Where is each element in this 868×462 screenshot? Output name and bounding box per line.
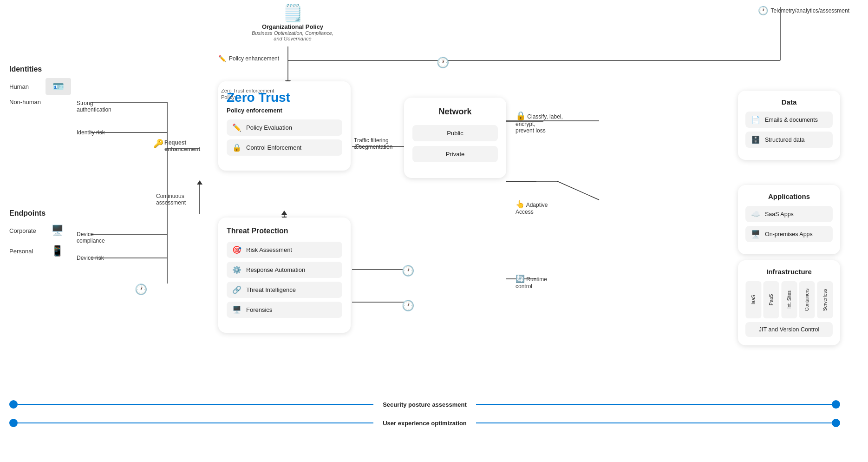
endpoint-personal-label: Personal [9, 248, 42, 255]
monitor-icon: 🖥️ [232, 305, 241, 314]
traffic-filtering-label: Traffic filtering& segmentation [354, 137, 392, 150]
infra-serverless: Serverless [817, 281, 833, 318]
policy-enhancement-text: Policy enhancement [229, 55, 279, 62]
document-data-icon: 📄 [751, 115, 760, 124]
speedometer-left-icon: 🕐 [135, 284, 147, 296]
identity-nonhuman-label: Non-human [9, 99, 42, 106]
identity-risk-label: Identity risk [77, 129, 105, 136]
device-risk-label: Device risk [77, 255, 104, 261]
database-icon: 🗄️ [751, 135, 760, 144]
data-box: Data 📄 Emails & documents 🗄️ Structured … [738, 91, 840, 160]
infra-box-title: Infrastructure [745, 268, 833, 276]
threat-protection-title: Threat Protection [227, 227, 342, 235]
pencil-icon: ✏️ [232, 123, 241, 132]
adaptive-access-label: 👆 AdaptiveAccess [516, 200, 548, 215]
zt-enforcement-policy-label: Zero Trust enforcement Policy [221, 87, 281, 101]
tp-risk-assessment: 🎯 Risk Assessment [227, 242, 342, 258]
infra-paas: PaaS [763, 281, 779, 318]
device-compliance-label: Devicecompliance [77, 231, 105, 244]
network-public: Public [412, 125, 498, 141]
zt-control-enforcement: 🔒 Control Enforcement [227, 139, 342, 156]
zt-control-enforcement-label: Control Enforcement [246, 144, 301, 151]
tp-threat-intelligence-label: Threat Intelligence [246, 286, 296, 293]
zt-policy-evaluation-label: Policy Evaluation [246, 124, 292, 131]
network-box: Network Public Private [404, 98, 506, 178]
tp-forensics-label: Forensics [246, 306, 272, 313]
user-experience-label: User experience optimization [373, 420, 476, 427]
network-title: Network [412, 107, 498, 117]
speedometer-mid-icon: 🕐 [437, 57, 449, 69]
tp-response-automation-label: Response Automation [246, 266, 305, 273]
apps-saas-label: SaaS Apps [765, 211, 794, 218]
endpoints-title: Endpoints [9, 209, 69, 218]
classify-label: 🔒 Classify, label,encrypt,prevent loss [516, 111, 563, 134]
policy-enhancement-label: ✏️ Policy enhancement [218, 55, 279, 62]
edit-icon: ✏️ [218, 55, 226, 62]
threat-protection-box: Threat Protection 🎯 Risk Assessment ⚙️ R… [218, 218, 351, 333]
tp-threat-intelligence: 🔗 Threat Intelligence [227, 282, 342, 298]
telemetry-label: 🕐 Telemetry/analytics/assessment [758, 6, 849, 16]
infra-box: Infrastructure IaaS PaaS Int. Sites Cont… [738, 260, 840, 345]
speedometer-forensics-icon: 🕐 [402, 300, 414, 312]
identity-human-card: 🪪 [46, 78, 71, 95]
data-structured-label: Structured data [765, 137, 804, 143]
data-emails-item: 📄 Emails & documents [745, 112, 833, 128]
zero-trust-subtitle: Policy enforcement [227, 107, 342, 114]
data-emails-label: Emails & documents [765, 117, 818, 123]
identities-title: Identities [9, 65, 71, 73]
identity-nonhuman-row: Non-human [9, 99, 71, 106]
infra-jit-label: JIT and Version Control [745, 322, 833, 337]
data-box-title: Data [745, 98, 833, 106]
gear-icon: ⚙️ [232, 265, 241, 274]
telemetry-text: Telemetry/analytics/assessment [771, 7, 849, 14]
identity-human-row: Human 🪪 [9, 78, 71, 95]
org-policy-section: 🗒️ Organizational Policy Business Optimi… [251, 5, 334, 41]
user-experience-row: User experience optimization [0, 419, 868, 427]
tp-forensics: 🖥️ Forensics [227, 302, 342, 318]
svg-marker-20 [281, 211, 287, 215]
target-icon: 🎯 [232, 245, 241, 254]
org-policy-title: Organizational Policy [251, 23, 334, 30]
speedometer-response-icon: 🕐 [402, 265, 414, 277]
security-posture-row: Security posture assessment [0, 400, 868, 409]
apps-onprem-label: On-premises Apps [765, 231, 813, 238]
zt-policy-evaluation: ✏️ Policy Evaluation [227, 119, 342, 136]
endpoint-corporate-icon: 🖥️ [46, 222, 69, 239]
endpoint-personal-row: Personal 📱 [9, 243, 69, 259]
apps-saas-item: ☁️ SaaS Apps [745, 206, 833, 222]
infra-columns: IaaS PaaS Int. Sites Containers Serverle… [745, 281, 833, 318]
endpoint-corporate-label: Corporate [9, 227, 42, 234]
infra-containers: Containers [799, 281, 815, 318]
continuous-assessment-label: Continuousassessment [156, 193, 186, 206]
tp-risk-assessment-label: Risk Assessment [246, 246, 292, 253]
org-policy-subtitle: Business Optimization, Compliance, and G… [251, 30, 334, 41]
data-structured-item: 🗄️ Structured data [745, 132, 833, 148]
infra-iaas: IaaS [745, 281, 761, 318]
runtime-control-label: 🔄 Runtimecontrol [516, 274, 547, 290]
key-icon: 🔑 [153, 139, 163, 149]
lock-icon: 🔒 [232, 143, 241, 152]
apps-box-title: Applications [745, 192, 833, 200]
endpoint-corporate-row: Corporate 🖥️ [9, 222, 69, 239]
cloud-icon: ☁️ [751, 210, 760, 218]
security-posture-label: Security posture assessment [373, 401, 476, 408]
document-icon: 🗒️ [251, 5, 334, 21]
server-icon: 🖥️ [751, 230, 760, 238]
share-icon: 🔗 [232, 285, 241, 294]
apps-box: Applications ☁️ SaaS Apps 🖥️ On-premises… [738, 185, 840, 254]
apps-onprem-item: 🖥️ On-premises Apps [745, 226, 833, 242]
identities-section: Identities Human 🪪 Non-human [9, 65, 71, 109]
diagram-container: 🗒️ Organizational Policy Business Optimi… [0, 0, 868, 462]
endpoint-personal-icon: 📱 [46, 243, 69, 259]
identity-human-label: Human [9, 83, 42, 90]
request-enhancement-label: Requestenhancement [164, 139, 200, 152]
network-private: Private [412, 146, 498, 162]
endpoints-section: Endpoints Corporate 🖥️ Personal 📱 [9, 209, 69, 263]
tp-response-automation: ⚙️ Response Automation [227, 262, 342, 278]
strong-auth-label: Strongauthentication [77, 100, 111, 113]
infra-intsites: Int. Sites [781, 281, 797, 318]
telemetry-icon: 🕐 [758, 6, 768, 16]
svg-line-9 [557, 181, 599, 200]
svg-marker-18 [197, 180, 202, 185]
